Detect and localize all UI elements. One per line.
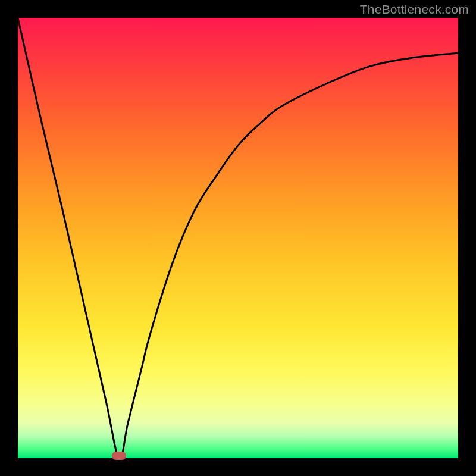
bottleneck-curve xyxy=(18,18,458,458)
minimum-marker xyxy=(112,452,126,460)
watermark-text: TheBottleneck.com xyxy=(360,2,469,17)
plot-area xyxy=(18,18,458,458)
chart-frame: TheBottleneck.com xyxy=(0,0,476,476)
